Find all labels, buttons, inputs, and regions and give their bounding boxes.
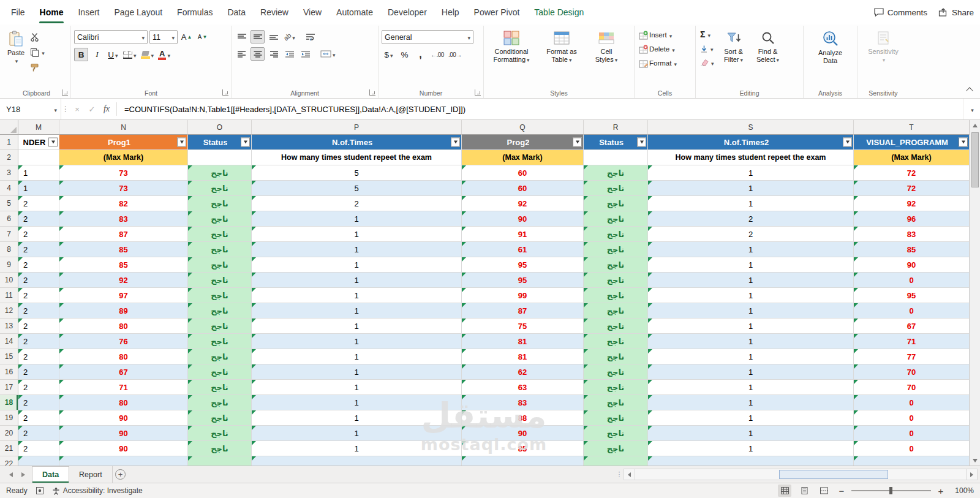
cell-P20[interactable]: 1 bbox=[252, 426, 462, 441]
scroll-left-button[interactable] bbox=[624, 469, 635, 480]
percent-style-button[interactable]: % bbox=[398, 48, 412, 61]
row-header-16[interactable]: 16 bbox=[0, 364, 18, 380]
scroll-right-button[interactable] bbox=[966, 469, 978, 480]
row-header-18[interactable]: 18 bbox=[0, 395, 18, 410]
cancel-button[interactable]: × bbox=[70, 99, 85, 119]
fill-dropdown-arrow-icon[interactable] bbox=[709, 44, 714, 53]
cell-Q5[interactable]: 92 bbox=[462, 196, 584, 211]
cell-S10[interactable]: 1 bbox=[648, 273, 854, 288]
cell-O9[interactable]: ناجح bbox=[188, 257, 252, 273]
cell-S3[interactable]: 1 bbox=[648, 165, 854, 181]
autosum-button[interactable]: Σ bbox=[699, 29, 715, 40]
cell-T5[interactable]: 92 bbox=[854, 196, 970, 211]
cell-S7[interactable]: 2 bbox=[648, 227, 854, 242]
cell-P5[interactable]: 2 bbox=[252, 196, 462, 211]
cell-Q14[interactable]: 81 bbox=[462, 334, 584, 349]
cell-N11[interactable]: 97 bbox=[59, 288, 188, 303]
format-cells-button[interactable]: Format bbox=[638, 58, 692, 69]
copy-button[interactable] bbox=[29, 47, 46, 58]
cell-M14[interactable]: 2 bbox=[18, 334, 59, 349]
row-header-12[interactable]: 12 bbox=[0, 303, 18, 319]
cell-M10[interactable]: 2 bbox=[18, 273, 59, 288]
fill-color-button[interactable] bbox=[140, 48, 156, 61]
cut-button[interactable] bbox=[29, 31, 46, 42]
cell-T10[interactable]: 0 bbox=[854, 273, 970, 288]
cell-P17[interactable]: 1 bbox=[252, 380, 462, 395]
zoom-slider[interactable] bbox=[851, 490, 931, 491]
enter-button[interactable]: ✓ bbox=[85, 99, 99, 119]
page-break-view-button[interactable] bbox=[817, 485, 831, 497]
cell-P7[interactable]: 1 bbox=[252, 227, 462, 242]
row-header-11[interactable]: 11 bbox=[0, 288, 18, 303]
header-cell-R1[interactable]: Status bbox=[584, 135, 648, 150]
row-header-5[interactable]: 5 bbox=[0, 196, 18, 211]
cell-T18[interactable]: 0 bbox=[854, 395, 970, 410]
cell-N16[interactable]: 67 bbox=[59, 364, 188, 380]
cell-N6[interactable]: 83 bbox=[59, 211, 188, 227]
analyze-data-button[interactable]: Analyze Data bbox=[810, 28, 851, 88]
cell-S5[interactable]: 1 bbox=[648, 196, 854, 211]
wrap-text-button[interactable] bbox=[303, 30, 317, 43]
cell-S13[interactable]: 1 bbox=[648, 319, 854, 334]
cell-R12[interactable]: ناجح bbox=[584, 303, 648, 319]
row-header-1[interactable]: 1 bbox=[0, 135, 18, 150]
ribbon-tab-insert[interactable]: Insert bbox=[70, 0, 107, 25]
header-cell-O1[interactable]: Status bbox=[188, 135, 252, 150]
cell-O18[interactable]: ناجح bbox=[188, 395, 252, 410]
comments-button[interactable]: Comments bbox=[874, 8, 927, 17]
column-header-R[interactable]: R bbox=[584, 120, 648, 135]
collapse-ribbon-button[interactable] bbox=[965, 86, 974, 93]
cell-R5[interactable]: ناجح bbox=[584, 196, 648, 211]
cell-P15[interactable]: 1 bbox=[252, 349, 462, 364]
vertical-scroll-track[interactable] bbox=[970, 130, 980, 455]
number-format-select[interactable]: General bbox=[382, 30, 473, 44]
cell-Q9[interactable]: 95 bbox=[462, 257, 584, 273]
select-all-corner[interactable] bbox=[0, 120, 18, 135]
cell-M17[interactable]: 2 bbox=[18, 380, 59, 395]
cell-Q8[interactable]: 61 bbox=[462, 242, 584, 257]
cell-N17[interactable]: 71 bbox=[59, 380, 188, 395]
cell-N10[interactable]: 92 bbox=[59, 273, 188, 288]
cell-Q17[interactable]: 63 bbox=[462, 380, 584, 395]
cell-O3[interactable]: ناجح bbox=[188, 165, 252, 181]
fill-button[interactable] bbox=[699, 43, 715, 54]
cell-Q19[interactable]: 88 bbox=[462, 410, 584, 426]
cell-Q7[interactable]: 91 bbox=[462, 227, 584, 242]
cell-Q6[interactable]: 90 bbox=[462, 211, 584, 227]
cell-T9[interactable]: 90 bbox=[854, 257, 970, 273]
cell-P4[interactable]: 5 bbox=[252, 181, 462, 196]
cell-M11[interactable]: 2 bbox=[18, 288, 59, 303]
align-left-button[interactable] bbox=[235, 47, 249, 61]
cell-P3[interactable]: 5 bbox=[252, 165, 462, 181]
format-painter-button[interactable] bbox=[29, 62, 46, 73]
ribbon-tab-help[interactable]: Help bbox=[434, 0, 467, 25]
zoom-slider-thumb[interactable] bbox=[889, 487, 892, 494]
formula-bar-expand-button[interactable] bbox=[963, 99, 980, 119]
align-center-button[interactable] bbox=[251, 47, 265, 61]
share-button[interactable]: Share bbox=[938, 8, 974, 17]
cell-T22[interactable] bbox=[854, 456, 970, 466]
cell-N7[interactable]: 87 bbox=[59, 227, 188, 242]
cell-R11[interactable]: ناجح bbox=[584, 288, 648, 303]
cell-S20[interactable]: 1 bbox=[648, 426, 854, 441]
name-box[interactable]: Y18 bbox=[0, 99, 61, 119]
cell-O6[interactable]: ناجح bbox=[188, 211, 252, 227]
alignment-dialog-launcher[interactable] bbox=[369, 89, 375, 96]
cell-Q18[interactable]: 83 bbox=[462, 395, 584, 410]
format-as-table-button[interactable]: Format as Table bbox=[538, 28, 585, 88]
row-header-8[interactable]: 8 bbox=[0, 242, 18, 257]
subheader-cell-O2[interactable] bbox=[188, 150, 252, 165]
cell-M21[interactable]: 2 bbox=[18, 441, 59, 456]
header-cell-T1[interactable]: VISUAL_PROGRAMM bbox=[854, 135, 970, 150]
cell-S16[interactable]: 1 bbox=[648, 364, 854, 380]
cell-T21[interactable]: 0 bbox=[854, 441, 970, 456]
cell-T12[interactable]: 0 bbox=[854, 303, 970, 319]
formula-input[interactable]: =COUNTIFS(Data!N:N,Table1[[#Headers],[DA… bbox=[119, 99, 963, 119]
column-header-N[interactable]: N bbox=[59, 120, 188, 135]
sort-filter-button[interactable]: Sort & Filter bbox=[718, 28, 750, 88]
align-middle-button[interactable] bbox=[251, 30, 265, 43]
cell-N13[interactable]: 80 bbox=[59, 319, 188, 334]
cell-R13[interactable]: ناجح bbox=[584, 319, 648, 334]
cell-N12[interactable]: 89 bbox=[59, 303, 188, 319]
cell-Q4[interactable]: 60 bbox=[462, 181, 584, 196]
